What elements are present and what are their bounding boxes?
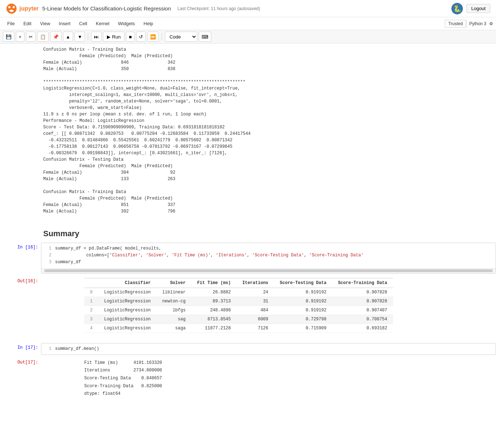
run-label: Run xyxy=(112,34,121,40)
toolbar-sep-2 xyxy=(162,33,162,40)
code-cell-in16[interactable]: 1 summary_df = pd.DataFrame( model_resul… xyxy=(41,243,496,274)
table-cell: 24 xyxy=(236,288,274,297)
table-cell: 0.919192 xyxy=(274,297,332,306)
line-num-1: 1 xyxy=(44,245,51,252)
restart-button[interactable]: ↺ xyxy=(136,32,146,42)
table-cell: 0.715909 xyxy=(274,324,332,333)
table-cell: 7126 xyxy=(236,324,274,333)
header-left: jupyter 5-Linear Models for Classificati… xyxy=(6,3,260,14)
restart-run-button[interactable]: ⏩ xyxy=(147,32,159,42)
cell-out17-content: Fit Time (ms) 4191.163320 Iterations 273… xyxy=(41,358,496,399)
table-cell: saga xyxy=(157,324,191,333)
code-line-3: 3 summary_df xyxy=(41,259,496,266)
horizontal-scrollbar[interactable] xyxy=(44,269,493,272)
table-cell-index: 3 xyxy=(84,315,98,324)
move-down-button[interactable]: ▼ xyxy=(75,32,85,42)
fast-forward-button[interactable]: ⏭ xyxy=(91,32,102,42)
dataframe-table: Classifier Solver Fit Time (ms) Iteratio… xyxy=(84,278,393,333)
menu-kernel[interactable]: Kernel xyxy=(91,19,114,28)
menu-help[interactable]: Help xyxy=(139,19,158,28)
code-text-2: columns=['Classifier', 'Solver', 'Fit Ti… xyxy=(55,252,364,259)
menu-view[interactable]: View xyxy=(36,19,54,28)
table-cell: 8713.8545 xyxy=(191,315,237,324)
table-cell: 6009 xyxy=(236,315,274,324)
table-cell: LogisticRegression xyxy=(98,324,157,333)
save-button[interactable]: 💾 xyxy=(3,32,14,42)
copy-button[interactable]: 📋 xyxy=(37,32,49,42)
trusted-badge: Trusted xyxy=(445,20,466,28)
svg-point-1 xyxy=(8,6,10,8)
add-cell-button[interactable]: + xyxy=(16,32,24,42)
cell-in17-content[interactable]: 1 summary_df.mean() xyxy=(41,343,496,355)
header-right: 🐍 Logout xyxy=(451,3,490,14)
table-cell: 0.919192 xyxy=(274,288,332,297)
summary-heading: Summary xyxy=(43,229,490,238)
cell-in16-prompt: In [16]: xyxy=(1,243,41,274)
output-text-1: Confusion Matrix - Training Data Female … xyxy=(0,44,496,218)
paste-button[interactable]: 📌 xyxy=(50,32,62,42)
table-cell: liblinear xyxy=(157,288,191,297)
table-cell: LogisticRegression xyxy=(98,297,157,306)
header-title: 5-Linear Models for Classification-Logis… xyxy=(42,5,171,12)
cell-in17-prompt: In [17]: xyxy=(1,343,41,355)
keyboard-shortcut-button[interactable]: ⌨ xyxy=(199,32,211,42)
logout-button[interactable]: Logout xyxy=(466,4,490,13)
menu-cell[interactable]: Cell xyxy=(75,19,91,28)
df-table-wrapper: Classifier Solver Fit Time (ms) Iteratio… xyxy=(41,276,496,334)
run-button[interactable]: ▶ Run xyxy=(103,32,125,42)
menubar: File Edit View Insert Cell Kernel Widget… xyxy=(0,17,496,30)
col-header-score-testing: Score-Testing Data xyxy=(274,278,332,288)
table-cell: sag xyxy=(157,315,191,324)
menu-insert[interactable]: Insert xyxy=(54,19,75,28)
toolbar: 💾 + ✂ 📋 📌 ▲ ▼ ⏭ ▶ Run ■ ↺ ⏩ Code ⌨ xyxy=(0,30,496,44)
table-cell: 0.919192 xyxy=(274,306,332,315)
cut-button[interactable]: ✂ xyxy=(26,32,36,42)
table-row: 1LogisticRegressionnewton-cg89.3713310.9… xyxy=(84,297,393,306)
table-cell-index: 0 xyxy=(84,288,98,297)
table-cell-index: 4 xyxy=(84,324,98,333)
code-text-17-1: summary_df.mean() xyxy=(55,346,99,352)
col-header-index xyxy=(84,278,98,288)
table-cell: 11877.2128 xyxy=(191,324,237,333)
scroll-bar-area[interactable] xyxy=(41,268,496,273)
jupyter-logo: jupyter xyxy=(6,3,39,14)
cell-in16-content[interactable]: 1 summary_df = pd.DataFrame( model_resul… xyxy=(41,243,496,274)
table-cell: LogisticRegression xyxy=(98,288,157,297)
table-cell: newton-cg xyxy=(157,297,191,306)
line-num-2: 2 xyxy=(44,252,51,259)
stop-button[interactable]: ■ xyxy=(126,32,135,42)
table-row: 3LogisticRegressionsag8713.854560090.729… xyxy=(84,315,393,324)
code-cell-in17[interactable]: 1 summary_df.mean() xyxy=(41,343,496,355)
svg-point-3 xyxy=(9,10,14,12)
code-line-2: 2 columns=['Classifier', 'Solver', 'Fit … xyxy=(41,252,496,259)
table-cell: 0.907407 xyxy=(332,306,393,315)
move-up-button[interactable]: ▲ xyxy=(63,32,73,42)
kernel-circle-icon: ⚙ xyxy=(489,21,493,26)
table-row: 2LogisticRegressionlbfgs248.48984840.919… xyxy=(84,306,393,315)
table-cell: 0.907828 xyxy=(332,288,393,297)
summary-section: Summary xyxy=(0,223,496,241)
cell-out16-prompt: Out[16]: xyxy=(1,276,41,334)
menu-file[interactable]: File xyxy=(3,19,19,28)
cell-type-select[interactable]: Code xyxy=(165,32,197,42)
code-text-1: summary_df = pd.DataFrame( model_results… xyxy=(55,245,161,252)
menu-edit[interactable]: Edit xyxy=(19,19,36,28)
col-header-iterations: Iterations xyxy=(236,278,274,288)
header: jupyter 5-Linear Models for Classificati… xyxy=(0,0,496,17)
col-header-classifier: Classifier xyxy=(98,278,157,288)
menu-widgets[interactable]: Widgets xyxy=(114,19,139,28)
cell-out17-prompt: Out[17]: xyxy=(1,358,41,399)
table-cell: LogisticRegression xyxy=(98,315,157,324)
cell-out16-content: Classifier Solver Fit Time (ms) Iteratio… xyxy=(41,276,496,334)
table-cell: 89.3713 xyxy=(191,297,237,306)
table-cell: 248.4898 xyxy=(191,306,237,315)
table-cell: 0.693182 xyxy=(332,324,393,333)
notebook: Confusion Matrix - Training Data Female … xyxy=(0,44,496,401)
svg-point-0 xyxy=(6,4,17,14)
col-header-fit-time: Fit Time (ms) xyxy=(191,278,237,288)
table-cell-index: 1 xyxy=(84,297,98,306)
run-icon: ▶ xyxy=(107,34,111,40)
table-cell: 31 xyxy=(236,297,274,306)
table-body: 0LogisticRegressionliblinear26.8882240.9… xyxy=(84,288,393,333)
col-header-score-training: Score-Training Data xyxy=(332,278,393,288)
